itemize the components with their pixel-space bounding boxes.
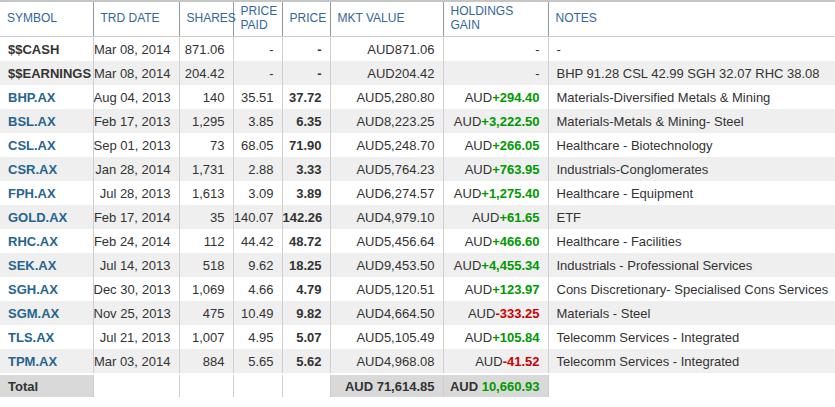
price-paid-cell: 5.65 — [233, 349, 282, 374]
trd-date-cell: Jan 28, 2014 — [93, 157, 179, 181]
price-cell: 18.25 — [282, 253, 330, 277]
notes-cell: Industrials-Conglomerates — [548, 157, 835, 181]
notes-cell: Telecomm Services - Integrated — [548, 349, 835, 374]
table-row: SGH.AX Dec 30, 2013 1,069 4.66 4.79 AUD5… — [0, 277, 835, 301]
column-header-symbol[interactable]: SYMBOL — [0, 1, 93, 37]
price-cell: 3.33 — [282, 157, 330, 181]
symbol-link[interactable]: FPH.AX — [8, 186, 56, 201]
symbol-link[interactable]: SEK.AX — [8, 258, 56, 273]
column-header-shares[interactable]: SHARES — [179, 1, 233, 37]
column-header-holdings-gain[interactable]: HOLDINGS GAIN — [443, 1, 548, 37]
gain-currency-prefix: AUD — [465, 330, 492, 345]
total-empty-notes — [548, 374, 835, 397]
column-header-mkt-value[interactable]: MKT VALUE — [330, 1, 443, 37]
mkt-value-cell: AUD8,223.25 — [330, 109, 443, 133]
gain-currency-prefix: AUD — [454, 258, 481, 273]
gain-value: -333.25 — [495, 306, 539, 321]
price-cell: 37.72 — [282, 85, 330, 109]
holdings-table-body: $$CASH Mar 08, 2014 871.06 - - AUD871.06… — [0, 37, 835, 375]
mkt-value-cell: AUD9,453.50 — [330, 253, 443, 277]
symbol-link[interactable]: SGM.AX — [8, 306, 59, 321]
column-header-trd-date[interactable]: TRD DATE — [93, 1, 179, 37]
gain-currency-prefix: AUD — [465, 282, 492, 297]
symbol-cell: $$EARNINGS — [0, 61, 93, 85]
header-row: SYMBOL TRD DATE SHARES PRICE PAID PRICE … — [0, 1, 835, 37]
trd-date-cell: Feb 17, 2014 — [93, 205, 179, 229]
symbol-cell: RHC.AX — [0, 229, 93, 253]
holdings-gain-cell: AUD+1,275.40 — [443, 181, 548, 205]
symbol-link[interactable]: TPM.AX — [8, 354, 57, 369]
holdings-gain-cell: - — [443, 37, 548, 62]
price-paid-cell: 3.85 — [233, 109, 282, 133]
gain-currency-prefix: AUD — [468, 306, 495, 321]
mkt-value-cell: AUD5,105.49 — [330, 325, 443, 349]
holdings-gain-cell: AUD+123.97 — [443, 277, 548, 301]
gain-value: +294.40 — [492, 90, 539, 105]
price-paid-cell: 9.62 — [233, 253, 282, 277]
symbol-cell: CSR.AX — [0, 157, 93, 181]
holdings-gain-cell: AUD-333.25 — [443, 301, 548, 325]
symbol-link[interactable]: CSR.AX — [8, 162, 57, 177]
total-label: Total — [0, 374, 93, 397]
mkt-value-cell: AUD5,248.70 — [330, 133, 443, 157]
gain-value: +266.05 — [492, 138, 539, 153]
gain-currency-prefix: AUD — [465, 90, 492, 105]
gain-currency-prefix: AUD — [454, 114, 481, 129]
trd-date-cell: Jul 28, 2013 — [93, 181, 179, 205]
table-header: SYMBOL TRD DATE SHARES PRICE PAID PRICE … — [0, 1, 835, 37]
gain-value: +105.84 — [492, 330, 539, 345]
notes-cell: Telecomm Services - Integrated — [548, 325, 835, 349]
total-empty-price — [282, 374, 330, 397]
table-row: BHP.AX Aug 04, 2013 140 35.51 37.72 AUD5… — [0, 85, 835, 109]
shares-cell: 1,295 — [179, 109, 233, 133]
symbol-link[interactable]: BHP.AX — [8, 90, 55, 105]
shares-cell: 1,069 — [179, 277, 233, 301]
mkt-value-cell: AUD4,968.08 — [330, 349, 443, 374]
symbol-link[interactable]: SGH.AX — [8, 282, 58, 297]
notes-cell: - — [548, 37, 835, 62]
total-holdings-gain: AUD 10,660.93 — [443, 374, 548, 397]
notes-cell: Cons Discretionary- Specialised Cons Ser… — [548, 277, 835, 301]
table-row: FPH.AX Jul 28, 2013 1,613 3.09 3.89 AUD6… — [0, 181, 835, 205]
total-empty-date — [93, 374, 179, 397]
column-header-price-paid[interactable]: PRICE PAID — [233, 1, 282, 37]
notes-cell: Materials-Diversified Metals & Mining — [548, 85, 835, 109]
table-row: TLS.AX Jul 21, 2013 1,007 4.95 5.07 AUD5… — [0, 325, 835, 349]
table-footer: Total AUD 71,614.85 AUD 10,660.93 — [0, 374, 835, 397]
trd-date-cell: Feb 17, 2013 — [93, 109, 179, 133]
gain-value: +123.97 — [492, 282, 539, 297]
total-row: Total AUD 71,614.85 AUD 10,660.93 — [0, 374, 835, 397]
symbol-link[interactable]: CSL.AX — [8, 138, 56, 153]
price-paid-cell: 68.05 — [233, 133, 282, 157]
symbol-link[interactable]: $$CASH — [8, 42, 59, 57]
price-paid-cell: 2.88 — [233, 157, 282, 181]
price-paid-cell: 3.09 — [233, 181, 282, 205]
symbol-link[interactable]: $$EARNINGS — [8, 66, 91, 81]
shares-cell: 884 — [179, 349, 233, 374]
table-row: GOLD.AX Feb 17, 2014 35 140.07 142.26 AU… — [0, 205, 835, 229]
trd-date-cell: Mar 08, 2014 — [93, 37, 179, 62]
gain-currency-prefix: AUD — [465, 138, 492, 153]
price-cell: 4.79 — [282, 277, 330, 301]
price-cell: 71.90 — [282, 133, 330, 157]
total-mkt-value: AUD 71,614.85 — [330, 374, 443, 397]
table-row: TPM.AX Mar 03, 2014 884 5.65 5.62 AUD4,9… — [0, 349, 835, 374]
symbol-link[interactable]: BSL.AX — [8, 114, 56, 129]
column-header-notes[interactable]: NOTES — [548, 1, 835, 37]
price-cell: - — [282, 61, 330, 85]
gain-value: +763.95 — [492, 162, 539, 177]
shares-cell: 1,613 — [179, 181, 233, 205]
holdings-gain-cell: AUD+3,222.50 — [443, 109, 548, 133]
trd-date-cell: Mar 08, 2014 — [93, 61, 179, 85]
table-row: CSR.AX Jan 28, 2014 1,731 2.88 3.33 AUD5… — [0, 157, 835, 181]
shares-cell: 475 — [179, 301, 233, 325]
symbol-link[interactable]: RHC.AX — [8, 234, 58, 249]
mkt-value-cell: AUD871.06 — [330, 37, 443, 62]
holdings-gain-cell: AUD+266.05 — [443, 133, 548, 157]
price-paid-cell: 4.95 — [233, 325, 282, 349]
column-header-price[interactable]: PRICE — [282, 1, 330, 37]
symbol-link[interactable]: GOLD.AX — [8, 210, 67, 225]
price-cell: 6.35 — [282, 109, 330, 133]
symbol-link[interactable]: TLS.AX — [8, 330, 54, 345]
mkt-value-cell: AUD204.42 — [330, 61, 443, 85]
